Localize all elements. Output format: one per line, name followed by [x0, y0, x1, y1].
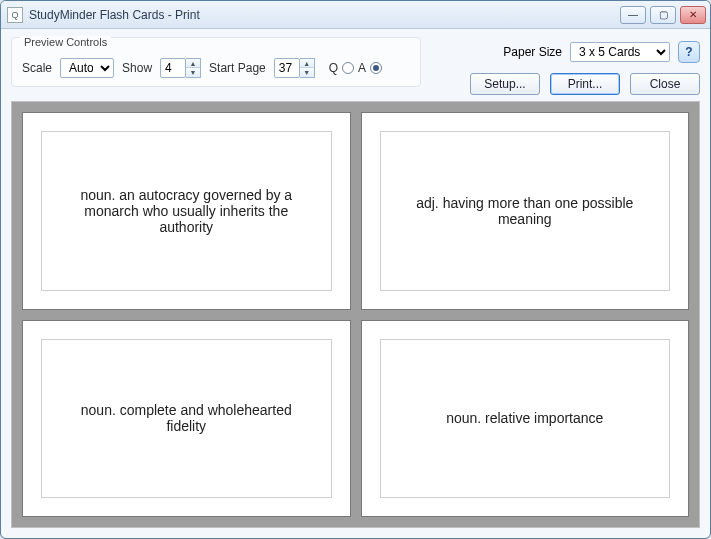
print-button[interactable]: Print...: [550, 73, 620, 95]
scale-label: Scale: [22, 61, 52, 75]
show-spinner[interactable]: ▲ ▼: [160, 58, 201, 78]
flash-card-text: adj. having more than one possible meani…: [380, 131, 671, 291]
show-spin-buttons[interactable]: ▲ ▼: [186, 58, 201, 78]
preview-area: noun. an autocracy governed by a monarch…: [11, 101, 700, 528]
setup-button[interactable]: Setup...: [470, 73, 540, 95]
a-radio-label: A: [358, 61, 366, 75]
a-radio[interactable]: [370, 62, 382, 74]
chevron-down-icon[interactable]: ▼: [186, 68, 200, 77]
start-page-spin-buttons[interactable]: ▲ ▼: [300, 58, 315, 78]
show-label: Show: [122, 61, 152, 75]
window-title: StudyMinder Flash Cards - Print: [29, 8, 620, 22]
preview-controls-line: Scale Auto Show ▲ ▼ Start Page: [22, 58, 410, 78]
toolbar-row: Preview Controls Scale Auto Show ▲ ▼: [11, 37, 700, 95]
flash-card: noun. complete and wholehearted fidelity: [22, 320, 351, 518]
start-page-label: Start Page: [209, 61, 266, 75]
preview-controls-group: Preview Controls Scale Auto Show ▲ ▼: [11, 37, 421, 87]
show-input[interactable]: [160, 58, 186, 78]
app-window: Q StudyMinder Flash Cards - Print — ▢ ✕ …: [0, 0, 711, 539]
flash-card: noun. relative importance: [361, 320, 690, 518]
action-button-row: Setup... Print... Close: [470, 73, 700, 95]
close-button[interactable]: Close: [630, 73, 700, 95]
print-button-label: Print...: [568, 77, 603, 91]
minimize-button[interactable]: —: [620, 6, 646, 24]
flash-card-text: noun. an autocracy governed by a monarch…: [41, 131, 332, 291]
right-controls: Paper Size 3 x 5 Cards ? Setup... Print.…: [470, 37, 700, 95]
q-radio-label: Q: [329, 61, 338, 75]
flash-card: noun. an autocracy governed by a monarch…: [22, 112, 351, 310]
setup-button-label: Setup...: [484, 77, 525, 91]
chevron-up-icon[interactable]: ▲: [186, 59, 200, 68]
content-area: Preview Controls Scale Auto Show ▲ ▼: [1, 29, 710, 538]
help-button[interactable]: ?: [678, 41, 700, 63]
flash-card: adj. having more than one possible meani…: [361, 112, 690, 310]
paper-size-row: Paper Size 3 x 5 Cards ?: [503, 41, 700, 63]
app-icon: Q: [7, 7, 23, 23]
flash-card-text: noun. complete and wholehearted fidelity: [41, 339, 332, 499]
chevron-down-icon[interactable]: ▼: [300, 68, 314, 77]
paper-size-label: Paper Size: [503, 45, 562, 59]
q-radio[interactable]: [342, 62, 354, 74]
start-page-spinner[interactable]: ▲ ▼: [274, 58, 315, 78]
scale-select[interactable]: Auto: [60, 58, 114, 78]
maximize-button[interactable]: ▢: [650, 6, 676, 24]
help-icon: ?: [685, 45, 692, 59]
qa-radio-group: Q A: [329, 61, 382, 75]
flash-card-text: noun. relative importance: [380, 339, 671, 499]
close-window-button[interactable]: ✕: [680, 6, 706, 24]
titlebar: Q StudyMinder Flash Cards - Print — ▢ ✕: [1, 1, 710, 29]
start-page-input[interactable]: [274, 58, 300, 78]
close-button-label: Close: [650, 77, 681, 91]
chevron-up-icon[interactable]: ▲: [300, 59, 314, 68]
paper-size-select[interactable]: 3 x 5 Cards: [570, 42, 670, 62]
window-buttons: — ▢ ✕: [620, 6, 706, 24]
preview-controls-legend: Preview Controls: [20, 36, 111, 48]
